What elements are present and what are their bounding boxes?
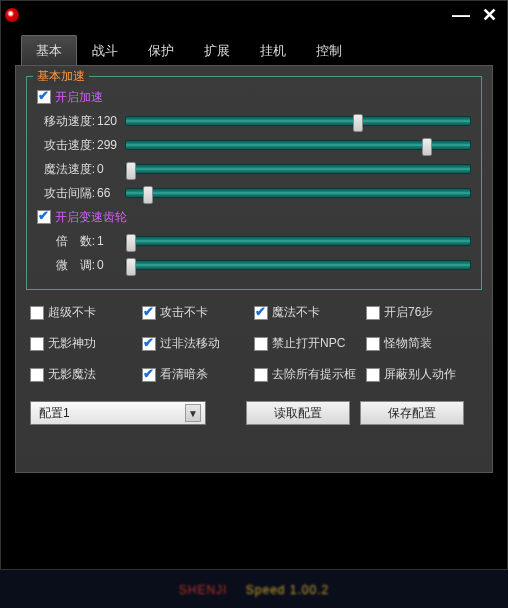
option-11[interactable]: 屏蔽别人动作 bbox=[366, 366, 478, 383]
option-checkbox-6[interactable] bbox=[254, 337, 268, 351]
speed-slider-value-0: 120 bbox=[97, 114, 125, 128]
titlebar: — ✕ bbox=[1, 1, 507, 29]
option-label-1: 攻击不卡 bbox=[160, 304, 208, 321]
speed-slider-slider-1[interactable] bbox=[125, 137, 471, 153]
option-label-6: 禁止打开NPC bbox=[272, 335, 345, 352]
option-label-0: 超级不卡 bbox=[48, 304, 96, 321]
option-checkbox-10[interactable] bbox=[254, 368, 268, 382]
speed-slider-slider-0[interactable] bbox=[125, 113, 471, 129]
enable-speed-checkbox[interactable] bbox=[37, 90, 51, 104]
speed-slider-value-3: 66 bbox=[97, 186, 125, 200]
close-button[interactable]: ✕ bbox=[482, 8, 497, 22]
option-checkbox-3[interactable] bbox=[366, 306, 380, 320]
option-10[interactable]: 去除所有提示框 bbox=[254, 366, 366, 383]
speed-slider-slider-2[interactable] bbox=[125, 161, 471, 177]
option-checkbox-9[interactable] bbox=[142, 368, 156, 382]
tab-1[interactable]: 战斗 bbox=[77, 35, 133, 65]
app-window: — ✕ 基本战斗保护扩展挂机控制 基本加速 开启加速 移动速度:120攻击速度:… bbox=[0, 0, 508, 570]
option-label-7: 怪物简装 bbox=[384, 335, 432, 352]
footer: SHENJI Speed 1.00.2 bbox=[0, 572, 508, 608]
gear-slider-label-0: 倍 数: bbox=[37, 233, 97, 250]
option-3[interactable]: 开启76步 bbox=[366, 304, 478, 321]
tab-2[interactable]: 保护 bbox=[133, 35, 189, 65]
tab-3[interactable]: 扩展 bbox=[189, 35, 245, 65]
option-checkbox-4[interactable] bbox=[30, 337, 44, 351]
speed-slider-value-1: 299 bbox=[97, 138, 125, 152]
option-checkbox-2[interactable] bbox=[254, 306, 268, 320]
gear-slider-value-0: 1 bbox=[97, 234, 125, 248]
option-label-9: 看清暗杀 bbox=[160, 366, 208, 383]
option-checkbox-7[interactable] bbox=[366, 337, 380, 351]
minimize-button[interactable]: — bbox=[452, 8, 470, 22]
option-label-2: 魔法不卡 bbox=[272, 304, 320, 321]
option-checkbox-1[interactable] bbox=[142, 306, 156, 320]
tab-0[interactable]: 基本 bbox=[21, 35, 77, 65]
option-9[interactable]: 看清暗杀 bbox=[142, 366, 254, 383]
speed-group-legend: 基本加速 bbox=[33, 68, 89, 85]
option-checkbox-0[interactable] bbox=[30, 306, 44, 320]
tab-5[interactable]: 控制 bbox=[301, 35, 357, 65]
enable-gear-checkbox[interactable] bbox=[37, 210, 51, 224]
option-4[interactable]: 无影神功 bbox=[30, 335, 142, 352]
save-config-button[interactable]: 保存配置 bbox=[360, 401, 464, 425]
footer-text-b: Speed 1.00.2 bbox=[246, 583, 329, 597]
speed-slider-label-2: 魔法速度: bbox=[37, 161, 97, 178]
bottom-bar: 配置1 ▼ 读取配置 保存配置 bbox=[26, 401, 482, 425]
config-combo[interactable]: 配置1 ▼ bbox=[30, 401, 206, 425]
option-label-4: 无影神功 bbox=[48, 335, 96, 352]
option-5[interactable]: 过非法移动 bbox=[142, 335, 254, 352]
gear-slider-slider-0[interactable] bbox=[125, 233, 471, 249]
enable-gear-label: 开启变速齿轮 bbox=[55, 209, 127, 226]
option-label-5: 过非法移动 bbox=[160, 335, 220, 352]
gear-slider-label-1: 微 调: bbox=[37, 257, 97, 274]
speed-slider-label-1: 攻击速度: bbox=[37, 137, 97, 154]
tab-bar: 基本战斗保护扩展挂机控制 bbox=[1, 29, 507, 65]
config-combo-value: 配置1 bbox=[39, 405, 70, 422]
option-label-10: 去除所有提示框 bbox=[272, 366, 356, 383]
speed-slider-label-3: 攻击间隔: bbox=[37, 185, 97, 202]
option-checkbox-8[interactable] bbox=[30, 368, 44, 382]
speed-slider-value-2: 0 bbox=[97, 162, 125, 176]
option-0[interactable]: 超级不卡 bbox=[30, 304, 142, 321]
option-8[interactable]: 无影魔法 bbox=[30, 366, 142, 383]
option-label-11: 屏蔽别人动作 bbox=[384, 366, 456, 383]
option-2[interactable]: 魔法不卡 bbox=[254, 304, 366, 321]
gear-slider-slider-1[interactable] bbox=[125, 257, 471, 273]
tab-4[interactable]: 挂机 bbox=[245, 35, 301, 65]
load-config-button[interactable]: 读取配置 bbox=[246, 401, 350, 425]
option-1[interactable]: 攻击不卡 bbox=[142, 304, 254, 321]
footer-text-a: SHENJI bbox=[179, 583, 228, 597]
speed-group: 基本加速 开启加速 移动速度:120攻击速度:299魔法速度:0攻击间隔:66 … bbox=[26, 76, 482, 290]
option-label-8: 无影魔法 bbox=[48, 366, 96, 383]
option-6[interactable]: 禁止打开NPC bbox=[254, 335, 366, 352]
main-panel: 基本加速 开启加速 移动速度:120攻击速度:299魔法速度:0攻击间隔:66 … bbox=[15, 65, 493, 473]
speed-slider-label-0: 移动速度: bbox=[37, 113, 97, 130]
app-icon bbox=[5, 8, 19, 22]
option-checkbox-5[interactable] bbox=[142, 337, 156, 351]
chevron-down-icon: ▼ bbox=[185, 404, 201, 422]
speed-slider-slider-3[interactable] bbox=[125, 185, 471, 201]
option-checkbox-11[interactable] bbox=[366, 368, 380, 382]
gear-slider-value-1: 0 bbox=[97, 258, 125, 272]
enable-speed-label: 开启加速 bbox=[55, 89, 103, 106]
options-grid: 超级不卡攻击不卡魔法不卡开启76步无影神功过非法移动禁止打开NPC怪物简装无影魔… bbox=[26, 302, 482, 385]
option-7[interactable]: 怪物简装 bbox=[366, 335, 478, 352]
option-label-3: 开启76步 bbox=[384, 304, 433, 321]
